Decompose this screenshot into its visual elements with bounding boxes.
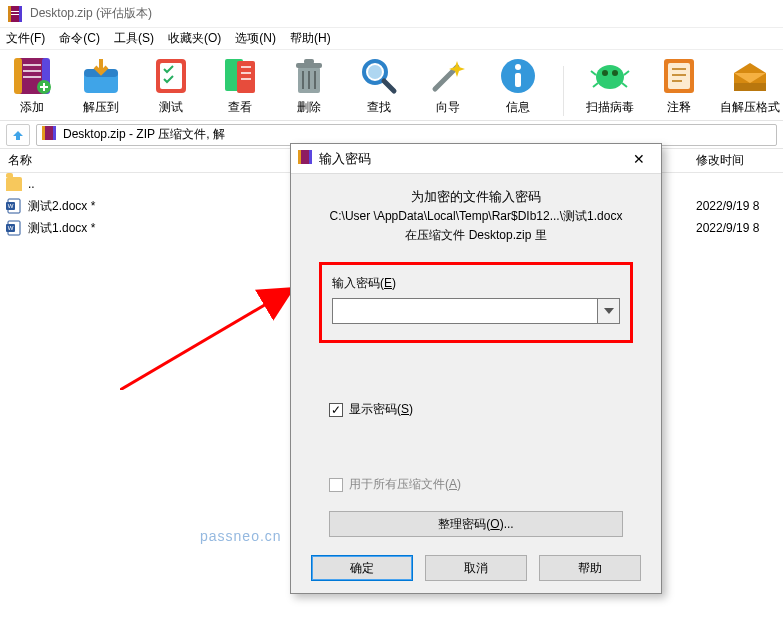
toolbar-add-label: 添加 bbox=[20, 99, 44, 116]
delete-icon bbox=[288, 55, 330, 97]
password-dropdown-button[interactable] bbox=[597, 299, 619, 323]
dialog-body: 为加密的文件输入密码 C:\User \AppData\Local\Temp\R… bbox=[291, 174, 661, 537]
for-all-row: 用于所有压缩文件(A) bbox=[329, 476, 623, 493]
svg-rect-3 bbox=[11, 11, 19, 12]
file-mtime: 2022/9/19 8 bbox=[690, 199, 783, 213]
dialog-inarchive: 在压缩文件 Desktop.zip 里 bbox=[309, 227, 643, 244]
toolbar-find-label: 查找 bbox=[367, 99, 391, 116]
extract-icon bbox=[80, 55, 122, 97]
svg-line-38 bbox=[120, 290, 290, 390]
docx-icon: W bbox=[6, 220, 22, 236]
comment-icon bbox=[658, 55, 700, 97]
show-password-checkbox[interactable] bbox=[329, 403, 343, 417]
svg-rect-29 bbox=[44, 126, 54, 140]
svg-rect-22 bbox=[515, 73, 521, 87]
svg-text:W: W bbox=[8, 225, 14, 231]
toolbar-wizard[interactable]: 向导 bbox=[420, 55, 475, 116]
annotation-arrow bbox=[120, 260, 300, 390]
svg-rect-17 bbox=[304, 59, 314, 64]
svg-point-19 bbox=[368, 65, 382, 79]
toolbar-view-label: 查看 bbox=[228, 99, 252, 116]
svg-rect-41 bbox=[309, 150, 312, 164]
toolbar-info[interactable]: 信息 bbox=[490, 55, 545, 116]
toolbar-delete-label: 删除 bbox=[297, 99, 321, 116]
dialog-title: 输入密码 bbox=[319, 150, 613, 168]
password-combobox[interactable] bbox=[332, 298, 620, 324]
row-up-label: .. bbox=[28, 177, 35, 191]
folder-icon bbox=[6, 177, 22, 191]
toolbar-comment[interactable]: 注释 bbox=[652, 55, 707, 116]
toolbar-delete[interactable]: 删除 bbox=[282, 55, 337, 116]
dialog-titlebar: 输入密码 ✕ bbox=[291, 144, 661, 174]
toolbar-view[interactable]: 查看 bbox=[212, 55, 267, 116]
menu-favorites[interactable]: 收藏夹(O) bbox=[168, 30, 221, 47]
toolbar-add[interactable]: 添加 bbox=[4, 55, 59, 116]
svg-rect-28 bbox=[734, 83, 766, 91]
menu-file[interactable]: 文件(F) bbox=[6, 30, 45, 47]
wizard-icon bbox=[427, 55, 469, 97]
window-title: Desktop.zip (评估版本) bbox=[30, 5, 152, 22]
svg-point-24 bbox=[602, 70, 608, 76]
svg-rect-6 bbox=[14, 58, 22, 94]
show-password-row: 显示密码(S) bbox=[329, 401, 623, 418]
svg-rect-40 bbox=[298, 150, 301, 164]
scan-icon bbox=[589, 55, 631, 97]
watermark: passneo.cn bbox=[200, 528, 282, 544]
svg-rect-27 bbox=[668, 63, 690, 89]
menu-options[interactable]: 选项(N) bbox=[235, 30, 276, 47]
toolbar-test-label: 测试 bbox=[159, 99, 183, 116]
toolbar-scan-label: 扫描病毒 bbox=[586, 99, 634, 116]
show-password-label: 显示密码(S) bbox=[349, 401, 413, 418]
toolbar-scan[interactable]: 扫描病毒 bbox=[582, 55, 637, 116]
dialog-close-button[interactable]: ✕ bbox=[619, 145, 659, 173]
password-field-highlight: 输入密码(E) bbox=[319, 262, 633, 343]
toolbar-extract[interactable]: 解压到 bbox=[73, 55, 128, 116]
toolbar-comment-label: 注释 bbox=[667, 99, 691, 116]
menu-help[interactable]: 帮助(H) bbox=[290, 30, 331, 47]
for-all-checkbox[interactable] bbox=[329, 478, 343, 492]
dialog-icon bbox=[297, 149, 313, 168]
column-mtime[interactable]: 修改时间 bbox=[690, 152, 783, 169]
sfx-icon bbox=[729, 55, 771, 97]
toolbar-sfx[interactable]: 自解压格式 bbox=[721, 55, 779, 116]
archive-icon bbox=[11, 55, 53, 97]
svg-rect-39 bbox=[300, 150, 310, 164]
svg-rect-4 bbox=[11, 14, 19, 15]
app-icon bbox=[6, 5, 24, 23]
docx-icon: W bbox=[6, 198, 22, 214]
file-mtime: 2022/9/19 8 bbox=[690, 221, 783, 235]
toolbar-find[interactable]: 查找 bbox=[351, 55, 406, 116]
dialog-heading: 为加密的文件输入密码 bbox=[309, 188, 643, 206]
help-button[interactable]: 帮助 bbox=[539, 555, 641, 581]
svg-point-23 bbox=[596, 65, 624, 89]
cancel-button[interactable]: 取消 bbox=[425, 555, 527, 581]
chevron-down-icon bbox=[604, 308, 614, 314]
test-icon bbox=[150, 55, 192, 97]
menu-command[interactable]: 命令(C) bbox=[59, 30, 100, 47]
toolbar-test[interactable]: 测试 bbox=[143, 55, 198, 116]
for-all-label: 用于所有压缩文件(A) bbox=[349, 476, 461, 493]
toolbar-info-label: 信息 bbox=[506, 99, 530, 116]
toolbar-wizard-label: 向导 bbox=[436, 99, 460, 116]
menu-tools[interactable]: 工具(S) bbox=[114, 30, 154, 47]
ok-button[interactable]: 确定 bbox=[311, 555, 413, 581]
manage-passwords-button[interactable]: 整理密码(O)... bbox=[329, 511, 623, 537]
dialog-buttons: 确定 取消 帮助 bbox=[311, 555, 641, 581]
up-button[interactable] bbox=[6, 124, 30, 146]
archive-small-icon bbox=[41, 125, 57, 144]
menubar: 文件(F) 命令(C) 工具(S) 收藏夹(O) 选项(N) 帮助(H) bbox=[0, 28, 783, 50]
svg-rect-2 bbox=[19, 6, 22, 22]
toolbar-sfx-label: 自解压格式 bbox=[720, 99, 780, 116]
titlebar: Desktop.zip (评估版本) bbox=[0, 0, 783, 28]
svg-rect-14 bbox=[237, 61, 255, 93]
path-text: Desktop.zip - ZIP 压缩文件, 解 bbox=[63, 126, 225, 143]
svg-rect-31 bbox=[53, 126, 56, 140]
info-icon bbox=[497, 55, 539, 97]
toolbar: 添加 解压到 测试 查看 删除 查找 向导 信息 扫描病毒 注释 自解压格式 bbox=[0, 50, 783, 121]
view-icon bbox=[219, 55, 261, 97]
password-input[interactable] bbox=[333, 299, 597, 323]
svg-text:W: W bbox=[8, 203, 14, 209]
svg-rect-1 bbox=[8, 6, 11, 22]
find-icon bbox=[358, 55, 400, 97]
password-label: 输入密码(E) bbox=[332, 275, 620, 292]
